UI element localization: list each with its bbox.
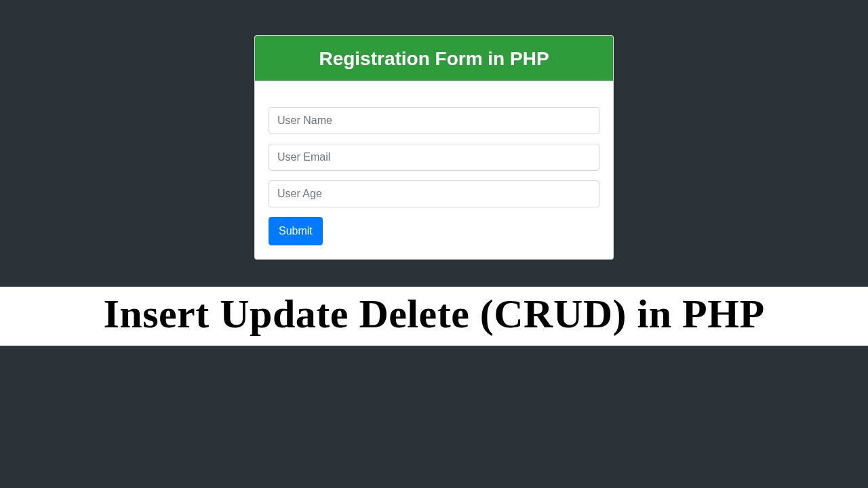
bottom-fill: [0, 346, 868, 488]
card-title: Registration Form in PHP: [255, 36, 613, 81]
registration-card: Registration Form in PHP Submit: [254, 35, 614, 260]
banner-strip: Insert Update Delete (CRUD) in PHP: [0, 287, 868, 346]
email-input[interactable]: [269, 144, 599, 171]
card-body: Submit: [255, 81, 613, 259]
submit-button[interactable]: Submit: [269, 217, 323, 245]
age-input[interactable]: [269, 180, 599, 207]
username-input[interactable]: [269, 107, 599, 134]
banner-heading: Insert Update Delete (CRUD) in PHP: [0, 291, 868, 338]
